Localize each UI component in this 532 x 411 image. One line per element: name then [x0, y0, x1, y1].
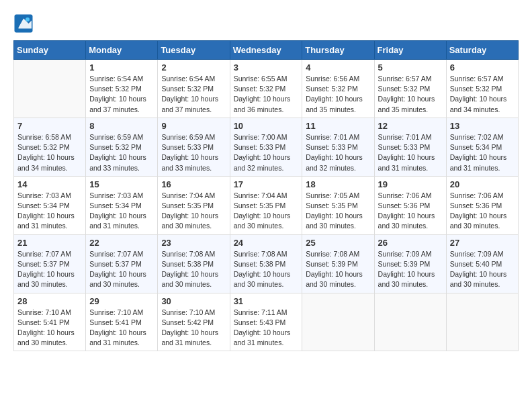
calendar-cell: 16Sunrise: 7:04 AM Sunset: 5:35 PM Dayli…	[158, 176, 230, 234]
week-row-4: 21Sunrise: 7:07 AM Sunset: 5:37 PM Dayli…	[14, 234, 519, 293]
day-info: Sunrise: 7:08 AM Sunset: 5:38 PM Dayligh…	[161, 249, 226, 290]
calendar-cell: 27Sunrise: 7:09 AM Sunset: 5:40 PM Dayli…	[446, 234, 518, 293]
calendar-cell: 26Sunrise: 7:09 AM Sunset: 5:39 PM Dayli…	[374, 234, 446, 293]
weekday-header-monday: Monday	[86, 41, 158, 60]
day-number: 25	[306, 238, 370, 248]
day-number: 18	[306, 179, 370, 189]
weekday-header-tuesday: Tuesday	[158, 41, 230, 60]
day-info: Sunrise: 7:03 AM Sunset: 5:34 PM Dayligh…	[17, 191, 82, 232]
day-number: 30	[161, 296, 226, 306]
weekday-header-saturday: Saturday	[446, 41, 518, 60]
day-number: 17	[234, 179, 299, 189]
day-info: Sunrise: 6:54 AM Sunset: 5:32 PM Dayligh…	[89, 74, 154, 115]
day-number: 11	[306, 121, 370, 131]
week-row-5: 28Sunrise: 7:10 AM Sunset: 5:41 PM Dayli…	[14, 293, 519, 351]
day-info: Sunrise: 7:03 AM Sunset: 5:34 PM Dayligh…	[89, 191, 154, 232]
calendar-cell: 15Sunrise: 7:03 AM Sunset: 5:34 PM Dayli…	[86, 176, 158, 234]
day-number: 7	[17, 121, 82, 131]
day-info: Sunrise: 7:01 AM Sunset: 5:33 PM Dayligh…	[306, 132, 370, 173]
calendar-cell	[302, 293, 374, 351]
day-number: 29	[89, 296, 154, 306]
week-row-1: 1Sunrise: 6:54 AM Sunset: 5:32 PM Daylig…	[14, 60, 519, 118]
weekday-header-row: SundayMondayTuesdayWednesdayThursdayFrid…	[14, 41, 519, 60]
day-info: Sunrise: 7:10 AM Sunset: 5:42 PM Dayligh…	[161, 308, 226, 349]
weekday-header-friday: Friday	[374, 41, 446, 60]
day-info: Sunrise: 7:07 AM Sunset: 5:37 PM Dayligh…	[89, 249, 154, 290]
calendar-cell: 19Sunrise: 7:06 AM Sunset: 5:36 PM Dayli…	[374, 176, 446, 234]
day-number: 24	[234, 238, 299, 248]
calendar-cell: 25Sunrise: 7:08 AM Sunset: 5:39 PM Dayli…	[302, 234, 374, 293]
calendar-cell: 14Sunrise: 7:03 AM Sunset: 5:34 PM Dayli…	[14, 176, 86, 234]
calendar-cell: 12Sunrise: 7:01 AM Sunset: 5:33 PM Dayli…	[374, 118, 446, 176]
day-number: 31	[234, 296, 299, 306]
day-info: Sunrise: 7:06 AM Sunset: 5:36 PM Dayligh…	[450, 191, 515, 232]
day-info: Sunrise: 7:00 AM Sunset: 5:33 PM Dayligh…	[234, 132, 299, 173]
calendar-cell: 18Sunrise: 7:05 AM Sunset: 5:35 PM Dayli…	[302, 176, 374, 234]
day-info: Sunrise: 7:05 AM Sunset: 5:35 PM Dayligh…	[306, 191, 370, 232]
day-info: Sunrise: 7:08 AM Sunset: 5:39 PM Dayligh…	[306, 249, 370, 290]
calendar-cell: 7Sunrise: 6:58 AM Sunset: 5:32 PM Daylig…	[14, 118, 86, 176]
day-info: Sunrise: 7:01 AM Sunset: 5:33 PM Dayligh…	[378, 132, 443, 173]
svg-point-2	[26, 17, 30, 21]
day-info: Sunrise: 7:04 AM Sunset: 5:35 PM Dayligh…	[234, 191, 299, 232]
calendar-cell: 9Sunrise: 6:59 AM Sunset: 5:33 PM Daylig…	[158, 118, 230, 176]
calendar-cell: 31Sunrise: 7:11 AM Sunset: 5:43 PM Dayli…	[230, 293, 302, 351]
logo	[13, 13, 36, 34]
day-info: Sunrise: 7:07 AM Sunset: 5:37 PM Dayligh…	[17, 249, 82, 290]
week-row-2: 7Sunrise: 6:58 AM Sunset: 5:32 PM Daylig…	[14, 118, 519, 176]
day-info: Sunrise: 6:55 AM Sunset: 5:32 PM Dayligh…	[234, 74, 299, 115]
calendar-cell: 3Sunrise: 6:55 AM Sunset: 5:32 PM Daylig…	[230, 60, 302, 118]
calendar-cell: 10Sunrise: 7:00 AM Sunset: 5:33 PM Dayli…	[230, 118, 302, 176]
logo-icon	[13, 13, 34, 34]
calendar-cell	[374, 293, 446, 351]
day-number: 26	[378, 238, 443, 248]
calendar-cell: 2Sunrise: 6:54 AM Sunset: 5:32 PM Daylig…	[158, 60, 230, 118]
calendar-cell: 11Sunrise: 7:01 AM Sunset: 5:33 PM Dayli…	[302, 118, 374, 176]
calendar-cell	[446, 293, 518, 351]
day-number: 16	[161, 179, 226, 189]
day-number: 1	[89, 62, 154, 73]
calendar-cell: 21Sunrise: 7:07 AM Sunset: 5:37 PM Dayli…	[14, 234, 86, 293]
day-info: Sunrise: 7:09 AM Sunset: 5:39 PM Dayligh…	[378, 249, 443, 290]
week-row-3: 14Sunrise: 7:03 AM Sunset: 5:34 PM Dayli…	[14, 176, 519, 234]
day-info: Sunrise: 6:59 AM Sunset: 5:33 PM Dayligh…	[161, 132, 226, 173]
calendar-cell: 4Sunrise: 6:56 AM Sunset: 5:32 PM Daylig…	[302, 60, 374, 118]
day-number: 2	[161, 62, 226, 73]
day-info: Sunrise: 7:10 AM Sunset: 5:41 PM Dayligh…	[89, 308, 154, 349]
day-info: Sunrise: 6:54 AM Sunset: 5:32 PM Dayligh…	[161, 74, 226, 115]
day-number: 6	[450, 62, 515, 73]
weekday-header-wednesday: Wednesday	[230, 41, 302, 60]
day-number: 10	[234, 121, 299, 131]
calendar-cell: 22Sunrise: 7:07 AM Sunset: 5:37 PM Dayli…	[86, 234, 158, 293]
day-info: Sunrise: 6:57 AM Sunset: 5:32 PM Dayligh…	[450, 74, 515, 115]
calendar-cell	[14, 60, 86, 118]
calendar-cell: 17Sunrise: 7:04 AM Sunset: 5:35 PM Dayli…	[230, 176, 302, 234]
day-number: 5	[378, 62, 443, 73]
calendar-cell: 30Sunrise: 7:10 AM Sunset: 5:42 PM Dayli…	[158, 293, 230, 351]
calendar-cell: 8Sunrise: 6:59 AM Sunset: 5:32 PM Daylig…	[86, 118, 158, 176]
calendar-cell: 1Sunrise: 6:54 AM Sunset: 5:32 PM Daylig…	[86, 60, 158, 118]
day-number: 4	[306, 62, 370, 73]
day-info: Sunrise: 6:57 AM Sunset: 5:32 PM Dayligh…	[378, 74, 443, 115]
day-number: 21	[17, 238, 82, 248]
day-number: 20	[450, 179, 515, 189]
day-info: Sunrise: 7:10 AM Sunset: 5:41 PM Dayligh…	[17, 308, 82, 349]
day-info: Sunrise: 7:02 AM Sunset: 5:34 PM Dayligh…	[450, 132, 515, 173]
weekday-header-thursday: Thursday	[302, 41, 374, 60]
calendar-table: SundayMondayTuesdayWednesdayThursdayFrid…	[13, 40, 519, 351]
day-info: Sunrise: 7:06 AM Sunset: 5:36 PM Dayligh…	[378, 191, 443, 232]
day-number: 3	[234, 62, 299, 73]
day-info: Sunrise: 6:59 AM Sunset: 5:32 PM Dayligh…	[89, 132, 154, 173]
weekday-header-sunday: Sunday	[14, 41, 86, 60]
day-info: Sunrise: 7:09 AM Sunset: 5:40 PM Dayligh…	[450, 249, 515, 290]
calendar-cell: 6Sunrise: 6:57 AM Sunset: 5:32 PM Daylig…	[446, 60, 518, 118]
calendar-cell: 29Sunrise: 7:10 AM Sunset: 5:41 PM Dayli…	[86, 293, 158, 351]
day-number: 13	[450, 121, 515, 131]
day-number: 28	[17, 296, 82, 306]
day-number: 23	[161, 238, 226, 248]
day-info: Sunrise: 7:04 AM Sunset: 5:35 PM Dayligh…	[161, 191, 226, 232]
day-info: Sunrise: 6:56 AM Sunset: 5:32 PM Dayligh…	[306, 74, 370, 115]
calendar-cell: 13Sunrise: 7:02 AM Sunset: 5:34 PM Dayli…	[446, 118, 518, 176]
day-number: 9	[161, 121, 226, 131]
day-number: 22	[89, 238, 154, 248]
